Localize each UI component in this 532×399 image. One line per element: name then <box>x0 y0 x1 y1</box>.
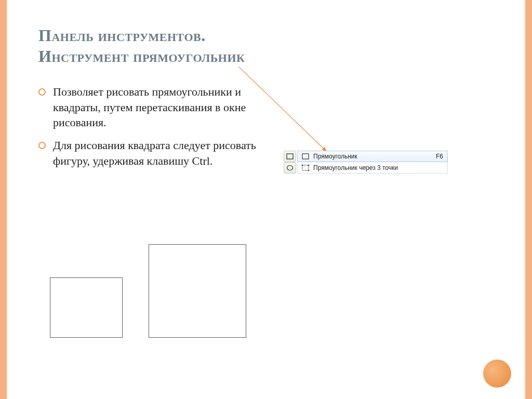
bullet-list: Позволяет рисовать прямоугольники и квад… <box>38 84 262 176</box>
title-line-2: Инструмент прямоугольник <box>38 47 245 65</box>
bullet-item: Позволяет рисовать прямоугольники и квад… <box>38 84 262 130</box>
menu-item-rectangle[interactable]: Прямоугольник F6 <box>297 151 448 162</box>
example-rectangle <box>50 277 123 338</box>
bullet-text: Позволяет рисовать прямоугольники и квад… <box>53 85 246 129</box>
bullet-text: Для рисования квадрата следует рисовать … <box>53 139 256 167</box>
toolbar-screenshot: Прямоугольник F6 <box>284 151 448 174</box>
menu-item-label: Прямоугольник через 3 точки <box>313 164 398 171</box>
ellipse-icon <box>286 165 294 171</box>
ellipse-tool-button[interactable] <box>284 162 296 174</box>
tool-row-rectangle-3pt[interactable]: Прямоугольник через 3 точки <box>284 162 448 174</box>
rectangle-icon <box>286 153 294 159</box>
svg-rect-1 <box>287 154 293 159</box>
title-line-1: Панель инструментов. <box>38 26 206 45</box>
svg-point-5 <box>302 164 303 166</box>
bullet-item: Для рисования квадрата следует рисовать … <box>38 138 262 168</box>
svg-rect-4 <box>302 165 309 170</box>
svg-point-3 <box>287 166 293 170</box>
svg-rect-2 <box>302 154 309 159</box>
menu-item-label: Прямоугольник <box>313 153 357 160</box>
decorative-circle <box>483 360 511 388</box>
tool-row-rectangle[interactable]: Прямоугольник F6 <box>284 151 448 162</box>
rectangle-3pt-icon <box>301 163 310 172</box>
slide-title: Панель инструментов. Инструмент прямоуго… <box>38 25 510 66</box>
example-square <box>149 244 246 338</box>
menu-item-rectangle-3pt[interactable]: Прямоугольник через 3 точки <box>297 162 448 174</box>
svg-point-7 <box>308 169 310 171</box>
svg-point-6 <box>308 164 310 166</box>
slide-body: Панель инструментов. Инструмент прямоуго… <box>6 0 526 399</box>
rectangle-icon <box>301 152 310 161</box>
rectangle-tool-button[interactable] <box>284 151 296 162</box>
slide-frame: Панель инструментов. Инструмент прямоуго… <box>0 0 532 399</box>
menu-item-shortcut: F6 <box>436 153 443 160</box>
example-shapes <box>50 244 246 338</box>
